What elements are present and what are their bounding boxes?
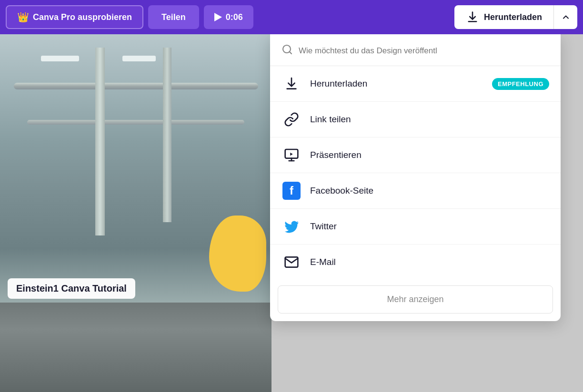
download-button-group: Herunterladen <box>454 5 577 29</box>
facebook-item-icon: f <box>281 181 302 201</box>
chevron-up-icon <box>561 12 571 22</box>
email-item-icon <box>281 252 302 272</box>
dropdown-item-link[interactable]: Link teilen <box>270 102 561 137</box>
download-item-icon <box>281 74 302 94</box>
present-item-icon <box>281 145 302 165</box>
twitter-item-icon <box>281 216 302 236</box>
top-bar: 👑 Canva Pro ausprobieren Teilen 0:06 Her… <box>0 0 583 34</box>
mehr-anzeigen-button[interactable]: Mehr anzeigen <box>278 285 553 314</box>
twitter-bird-icon <box>283 218 300 235</box>
dropdown-item-facebook[interactable]: f Facebook-Seite <box>270 173 561 209</box>
search-input[interactable] <box>299 46 549 56</box>
dropdown-search-row <box>270 34 561 66</box>
dropdown-item-email[interactable]: E-Mail <box>270 245 561 280</box>
link-item-label: Link teilen <box>310 114 549 125</box>
download-main-button[interactable]: Herunterladen <box>454 5 553 29</box>
caption-box: Einstein1 Canva Tutorial <box>8 278 135 299</box>
empfehlung-badge: EMPFEHLUNG <box>492 78 549 90</box>
dropdown-item-herunterladen[interactable]: Herunterladen EMPFEHLUNG <box>270 66 561 102</box>
canvas-area: Einstein1 Canva Tutorial Herunterladen <box>0 34 583 392</box>
email-item-label: E-Mail <box>310 257 549 267</box>
download-icon <box>466 10 479 24</box>
present-item-label: Präsentieren <box>310 150 549 160</box>
design-preview: Einstein1 Canva Tutorial <box>0 34 271 392</box>
twitter-item-label: Twitter <box>310 221 549 232</box>
share-button[interactable]: Teilen <box>148 5 199 29</box>
dropdown-item-praesentieren[interactable]: Präsentieren <box>270 137 561 173</box>
yellow-blob <box>209 216 266 292</box>
play-button[interactable]: 0:06 <box>204 5 253 29</box>
svg-line-1 <box>290 52 292 54</box>
download-chevron-button[interactable] <box>553 5 577 29</box>
canva-pro-button[interactable]: 👑 Canva Pro ausprobieren <box>6 5 143 29</box>
download-item-label: Herunterladen <box>310 78 483 89</box>
facebook-item-label: Facebook-Seite <box>310 186 549 196</box>
dropdown-item-twitter[interactable]: Twitter <box>270 209 561 245</box>
crown-icon: 👑 <box>17 11 29 23</box>
floor-area <box>0 303 271 392</box>
facebook-icon: f <box>282 182 301 200</box>
link-item-icon <box>281 109 302 129</box>
search-icon <box>281 44 293 58</box>
dropdown-panel: Herunterladen EMPFEHLUNG Link teilen <box>270 34 561 321</box>
svg-marker-5 <box>290 153 292 156</box>
play-icon <box>214 13 222 21</box>
